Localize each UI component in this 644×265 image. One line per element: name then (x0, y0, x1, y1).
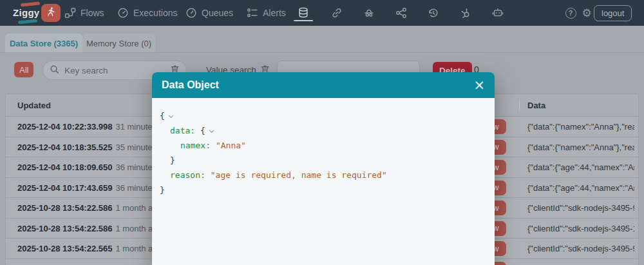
updated-timestamp: 2025-10-28 13:54:22.586 (17, 224, 112, 233)
collapse-chevron-icon[interactable] (168, 108, 174, 123)
gauge-icon (117, 7, 129, 19)
nav-item-spy[interactable] (363, 0, 375, 26)
data-cell: {"data":{"namex":"Anna"},"reason": (527, 122, 634, 132)
modal-title: Data Object (162, 79, 219, 91)
collapse-chevron-icon[interactable] (209, 123, 214, 138)
help-button[interactable]: ? (564, 0, 577, 26)
data-cell: {"data":{"age":44,"namex":"Anna"}, (527, 162, 634, 172)
nav-item-label: Queues (202, 8, 233, 18)
json-string-value: "Anna" (216, 141, 246, 150)
column-header-updated[interactable]: Updated (17, 101, 51, 110)
json-line: data: { (160, 123, 487, 138)
json-line: reason:"age is required, name is require… (160, 168, 487, 182)
key-search-input[interactable] (64, 66, 165, 75)
nav-item-executions[interactable]: Executions (117, 0, 177, 26)
nav-item-label: Executions (133, 8, 177, 18)
history-icon (428, 7, 439, 19)
updated-timestamp: 2025-12-04 10:17:43.659 (17, 183, 112, 193)
nav-item-datastore[interactable] (297, 0, 310, 26)
run-button[interactable] (41, 4, 61, 22)
link-icon (331, 7, 343, 19)
nav-item-share[interactable] (395, 0, 408, 26)
logo-teal-dash (18, 19, 37, 24)
branch-hub-icon (460, 7, 471, 19)
runner-icon (46, 6, 56, 19)
nav-item-hub[interactable] (459, 0, 472, 26)
data-cell: {"clientId":"sdk-nodejs-3495-1000 (527, 224, 634, 233)
flows-icon (64, 7, 76, 19)
json-line: } (160, 182, 487, 197)
search-icon (50, 64, 59, 77)
json-string-value: "age is required, name is required" (211, 170, 387, 180)
nav-item-label: Flows (80, 8, 104, 18)
nav-item-queues[interactable]: Queues (185, 0, 233, 26)
gauge-icon (185, 7, 197, 19)
updated-timestamp: 2025-12-04 10:18:35.525 (17, 142, 112, 152)
logo-red-dash (21, 1, 40, 6)
top-nav-bar: Ziggy Flows Executions (0, 0, 644, 26)
logout-button[interactable]: logout (594, 5, 632, 21)
gear-icon: ⚙ (582, 8, 591, 19)
nav-item-history[interactable] (427, 0, 440, 26)
nav-item-alerts[interactable]: Alerts (247, 0, 286, 26)
updated-timestamp: 2025-12-04 10:22:33.998 (17, 122, 112, 132)
database-icon (298, 7, 309, 19)
column-header-data[interactable]: Data (527, 101, 545, 110)
list-check-icon (247, 7, 258, 19)
json-line: namex:"Anna" (160, 138, 487, 153)
share-nodes-icon (395, 7, 407, 19)
json-tree-viewer: { data: { namex:"Anna" } reason:"age is … (152, 98, 495, 265)
spy-icon (363, 7, 375, 19)
data-cell: {"clientId":"sdk-nodejs-3495-999", (527, 203, 634, 213)
close-icon[interactable]: × (473, 79, 485, 92)
json-line: { (160, 108, 487, 123)
json-key: reason: (170, 170, 205, 180)
robot-icon (492, 7, 504, 19)
data-cell: {"data":{"age":44,"namex":"Anna"}, (527, 183, 634, 193)
json-line: } (160, 153, 487, 168)
nav-item-flows[interactable]: Flows (64, 0, 104, 26)
data-object-modal: Data Object × { data: { namex:"Anna" } r… (152, 72, 495, 265)
modal-header: Data Object × (152, 72, 495, 98)
tabs-divider (0, 52, 644, 53)
json-key: namex: (180, 141, 211, 150)
tab-memory-store[interactable]: Memory Store (0) (82, 34, 155, 53)
updated-timestamp: 2025-10-28 13:54:22.586 (17, 203, 112, 213)
data-cell: {"data":{"namex":"Anna"},"reason": (527, 142, 634, 152)
nav-item-robot[interactable] (491, 0, 504, 26)
nav-item-label: Alerts (263, 8, 286, 18)
nav-item-links[interactable] (330, 0, 343, 26)
active-nav-underline (294, 20, 313, 21)
updated-timestamp: 2025-10-28 13:54:22.565 (17, 244, 112, 253)
data-cell: {"clientId":"sdk-nodejs-3495-998", (527, 244, 634, 253)
logo-text: Ziggy (13, 7, 40, 18)
updated-timestamp: 2025-12-04 10:18:09.650 (17, 162, 112, 172)
settings-button[interactable]: ⚙ (580, 0, 593, 26)
filter-all-button[interactable]: All (14, 62, 33, 77)
tab-data-store[interactable]: Data Store (3365) (5, 34, 82, 53)
help-icon: ? (565, 8, 576, 19)
json-key: data: (170, 126, 195, 135)
column-divider (519, 100, 520, 111)
